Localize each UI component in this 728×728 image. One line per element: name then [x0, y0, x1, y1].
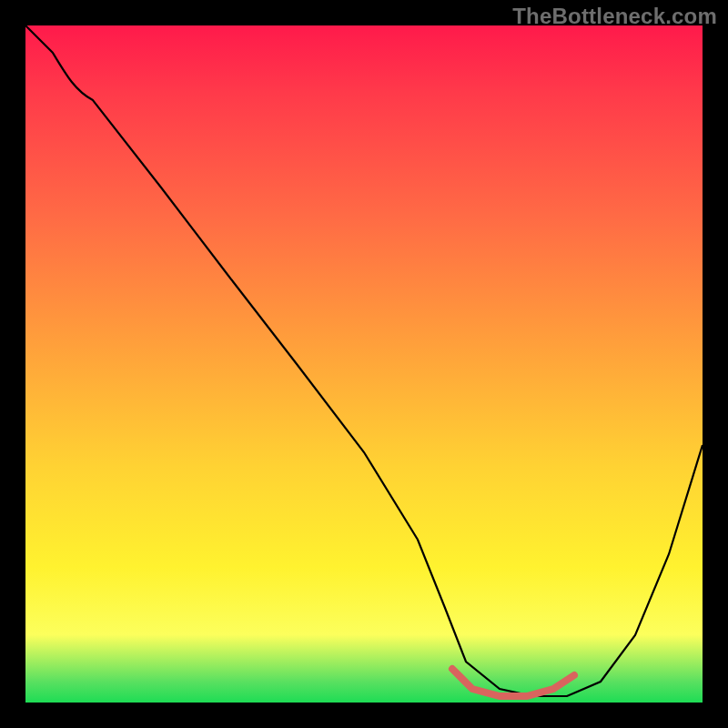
chart-frame: TheBottleneck.com: [0, 0, 728, 728]
plot-area: [25, 25, 703, 703]
watermark-text: TheBottleneck.com: [512, 4, 717, 29]
bottleneck-curve-path: [25, 25, 703, 696]
curve-svg: [25, 25, 703, 703]
